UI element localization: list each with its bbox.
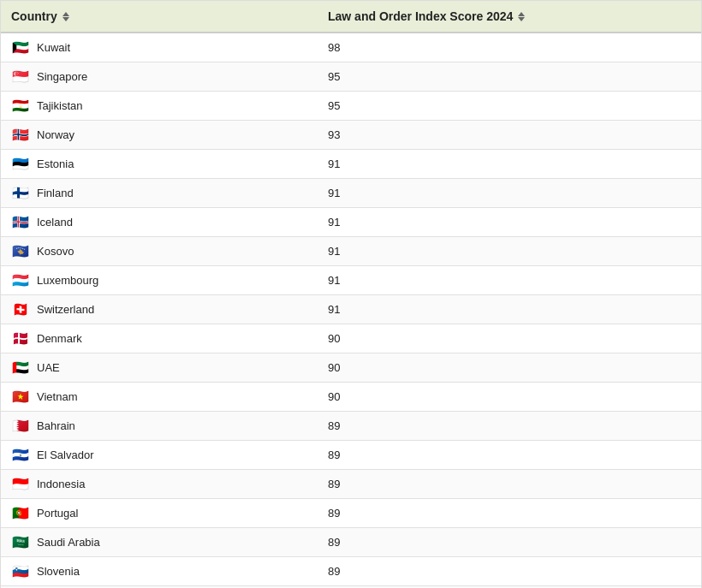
score-value: 89 bbox=[328, 565, 340, 578]
cell-country: 🇮🇸 Iceland bbox=[1, 208, 318, 236]
cell-score: 91 bbox=[318, 295, 701, 324]
score-value: 91 bbox=[328, 187, 340, 199]
flag-icon: 🇨🇭 bbox=[11, 303, 30, 316]
table-row: 🇹🇯 Tajikistan 95 bbox=[1, 92, 701, 121]
country-name: El Salvador bbox=[37, 448, 93, 461]
cell-country: 🇵🇹 Portugal bbox=[1, 499, 318, 527]
cell-country: 🇱🇺 Luxembourg bbox=[1, 266, 318, 294]
score-value: 91 bbox=[328, 216, 340, 229]
flag-icon: 🇪🇪 bbox=[11, 157, 30, 170]
cell-country: 🇩🇰 Denmark bbox=[1, 324, 318, 353]
cell-country: 🇨🇭 Switzerland bbox=[1, 295, 318, 324]
flag-icon: 🇳🇴 bbox=[11, 128, 30, 141]
cell-score: 89 bbox=[318, 557, 701, 585]
column-country-label: Country bbox=[11, 9, 57, 23]
cell-country: 🇦🇪 UAE bbox=[1, 353, 318, 382]
score-value: 91 bbox=[328, 303, 340, 316]
country-name: Saudi Arabia bbox=[37, 536, 100, 549]
table-row: 🇸🇮 Slovenia 89 bbox=[1, 557, 701, 586]
score-value: 90 bbox=[328, 390, 340, 403]
sort-icon-country bbox=[62, 12, 69, 21]
score-value: 95 bbox=[328, 70, 340, 83]
cell-score: 98 bbox=[318, 33, 701, 62]
column-score-label: Law and Order Index Score 2024 bbox=[328, 9, 513, 23]
flag-icon: 🇹🇯 bbox=[11, 99, 30, 112]
sort-icon-score bbox=[518, 12, 525, 21]
country-name: Kuwait bbox=[37, 41, 70, 54]
country-name: Bahrain bbox=[37, 419, 75, 432]
cell-country: 🇹🇯 Tajikistan bbox=[1, 92, 318, 120]
score-value: 89 bbox=[328, 478, 340, 490]
table-row: 🇻🇳 Vietnam 90 bbox=[1, 383, 701, 412]
country-name: Kosovo bbox=[37, 245, 74, 258]
country-name: Estonia bbox=[37, 157, 74, 170]
country-name: Slovenia bbox=[37, 565, 80, 578]
flag-icon: 🇸🇬 bbox=[11, 70, 30, 83]
score-value: 89 bbox=[328, 507, 340, 520]
cell-country: 🇧🇭 Bahrain bbox=[1, 412, 318, 440]
cell-score: 89 bbox=[318, 470, 701, 498]
cell-country: 🇫🇮 Finland bbox=[1, 179, 318, 207]
score-value: 95 bbox=[328, 99, 340, 112]
score-value: 91 bbox=[328, 274, 340, 287]
table-row: 🇱🇺 Luxembourg 91 bbox=[1, 266, 701, 295]
score-value: 89 bbox=[328, 419, 340, 432]
score-value: 90 bbox=[328, 361, 340, 374]
table-row: 🇮🇸 Iceland 91 bbox=[1, 208, 701, 237]
country-name: Singapore bbox=[37, 70, 87, 83]
flag-icon: 🇦🇪 bbox=[11, 361, 30, 374]
flag-icon: 🇵🇹 bbox=[11, 507, 30, 520]
country-name: Denmark bbox=[37, 332, 82, 345]
cell-country: 🇸🇦 Saudi Arabia bbox=[1, 528, 318, 556]
cell-score: 91 bbox=[318, 179, 701, 207]
table-body: 🇰🇼 Kuwait 98 🇸🇬 Singapore 95 🇹🇯 Tajikist… bbox=[1, 33, 701, 588]
score-value: 90 bbox=[328, 332, 340, 345]
cell-country: 🇮🇩 Indonesia bbox=[1, 470, 318, 498]
score-value: 93 bbox=[328, 128, 340, 141]
cell-score: 90 bbox=[318, 353, 701, 382]
country-name: Luxembourg bbox=[37, 274, 98, 287]
table-header: Country Law and Order Index Score 2024 bbox=[1, 1, 701, 33]
column-header-score[interactable]: Law and Order Index Score 2024 bbox=[318, 1, 701, 32]
cell-score: 89 bbox=[318, 441, 701, 469]
flag-icon: 🇰🇼 bbox=[11, 41, 30, 54]
flag-icon: 🇱🇺 bbox=[11, 274, 30, 287]
cell-country: 🇳🇴 Norway bbox=[1, 121, 318, 149]
country-name: Finland bbox=[37, 187, 74, 199]
cell-score: 91 bbox=[318, 208, 701, 236]
flag-icon: 🇻🇳 bbox=[11, 390, 30, 403]
country-name: Portugal bbox=[37, 507, 78, 520]
table-row: 🇨🇭 Switzerland 91 bbox=[1, 295, 701, 324]
cell-score: 93 bbox=[318, 121, 701, 149]
flag-icon: 🇮🇩 bbox=[11, 478, 30, 490]
table-row: 🇪🇪 Estonia 91 bbox=[1, 150, 701, 179]
country-name: Iceland bbox=[37, 216, 73, 229]
table-row: 🇸🇦 Saudi Arabia 89 bbox=[1, 528, 701, 557]
cell-score: 89 bbox=[318, 499, 701, 527]
country-name: UAE bbox=[37, 361, 60, 374]
cell-score: 91 bbox=[318, 237, 701, 265]
cell-score: 91 bbox=[318, 266, 701, 294]
score-value: 91 bbox=[328, 157, 340, 170]
flag-icon: 🇫🇮 bbox=[11, 187, 30, 199]
score-value: 89 bbox=[328, 448, 340, 461]
column-header-country[interactable]: Country bbox=[1, 1, 318, 32]
table-row: 🇸🇻 El Salvador 89 bbox=[1, 441, 701, 470]
flag-icon: 🇸🇻 bbox=[11, 448, 30, 461]
cell-country: 🇰🇼 Kuwait bbox=[1, 33, 318, 62]
country-name: Norway bbox=[37, 128, 74, 141]
flag-icon: 🇮🇸 bbox=[11, 216, 30, 229]
country-name: Indonesia bbox=[37, 478, 85, 490]
main-table: Country Law and Order Index Score 2024 🇰… bbox=[0, 0, 702, 588]
flag-icon: 🇽🇰 bbox=[11, 245, 30, 258]
table-row: 🇸🇬 Singapore 95 bbox=[1, 62, 701, 92]
flag-icon: 🇩🇰 bbox=[11, 332, 30, 345]
cell-score: 89 bbox=[318, 412, 701, 440]
table-row: 🇩🇰 Denmark 90 bbox=[1, 324, 701, 353]
cell-country: 🇸🇻 El Salvador bbox=[1, 441, 318, 469]
flag-icon: 🇸🇮 bbox=[11, 565, 30, 578]
cell-score: 91 bbox=[318, 150, 701, 178]
country-name: Vietnam bbox=[37, 390, 77, 403]
table-row: 🇮🇩 Indonesia 89 bbox=[1, 470, 701, 499]
table-row: 🇽🇰 Kosovo 91 bbox=[1, 237, 701, 266]
